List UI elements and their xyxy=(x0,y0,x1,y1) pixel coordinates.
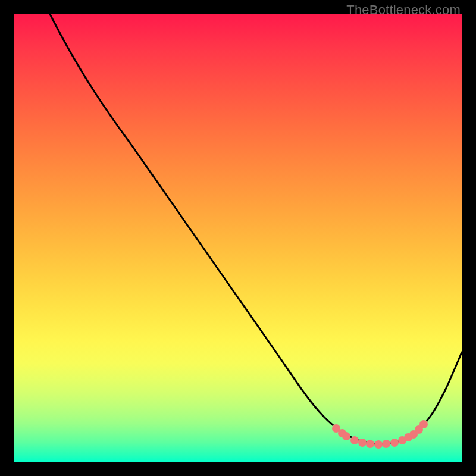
chart-svg xyxy=(14,14,462,462)
curve-marker xyxy=(358,439,367,447)
watermark-text: TheBottleneck.com xyxy=(346,2,461,18)
curve-marker xyxy=(342,432,350,440)
marker-group xyxy=(332,420,428,449)
bottleneck-curve xyxy=(50,14,462,444)
curve-marker xyxy=(374,440,383,449)
plot-area xyxy=(14,14,462,462)
curve-marker xyxy=(350,436,359,444)
stage: TheBottleneck.com xyxy=(0,0,476,476)
curve-marker xyxy=(419,420,428,428)
curve-marker xyxy=(382,440,390,448)
curve-marker xyxy=(366,440,374,448)
curve-marker xyxy=(390,439,399,447)
